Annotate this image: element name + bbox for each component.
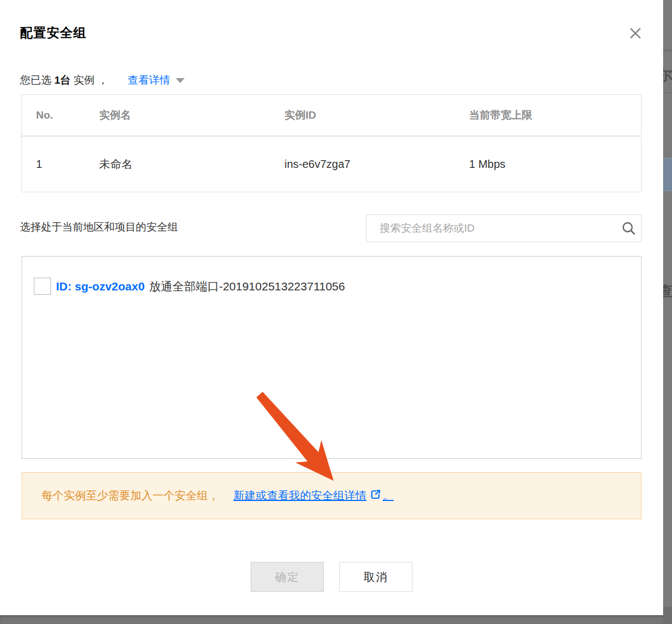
notice-link-suffix: 。: [383, 488, 394, 503]
cancel-button[interactable]: 取消: [339, 562, 413, 592]
dimmed-background-right: 尔 查: [663, 0, 672, 624]
selected-count: 1台: [54, 73, 71, 88]
screen: 尔 查 配置安全组 您已选 1台 实例 ， 查看详情 No: [0, 0, 672, 624]
cell-bandwidth: 1 Mbps: [469, 158, 641, 171]
security-group-name: 放通全部端口-2019102513223711056: [149, 279, 345, 294]
col-header-instance-name: 实例名: [99, 108, 284, 122]
col-header-bandwidth: 当前带宽上限: [469, 108, 641, 122]
col-header-instance-id: 实例ID: [284, 108, 469, 122]
col-header-no: No.: [22, 109, 99, 121]
notice-banner: 每个实例至少需要加入一个安全组， 新建或查看我的安全组详情 。: [22, 472, 642, 519]
background-text-fragment: 尔: [663, 65, 672, 85]
security-group-checkbox[interactable]: [34, 278, 51, 295]
background-divider: [663, 93, 672, 93]
table-row: 1 未命名 ins-e6v7zga7 1 Mbps: [22, 136, 641, 192]
security-group-item[interactable]: ID: sg-ozv2oax0 放通全部端口-20191025132237110…: [34, 278, 345, 295]
table-header-row: No. 实例名 实例ID 当前带宽上限: [22, 95, 641, 136]
create-or-view-security-group-link[interactable]: 新建或查看我的安全组详情 。: [233, 488, 394, 503]
cell-instance-name: 未命名: [99, 157, 284, 172]
dialog-title: 配置安全组: [20, 24, 86, 42]
confirm-button[interactable]: 确定: [251, 562, 324, 592]
chevron-down-icon: [176, 78, 185, 83]
background-selected-row: [663, 158, 672, 191]
selected-instances-line: 您已选 1台 实例 ， 查看详情: [20, 72, 185, 89]
instance-table: No. 实例名 实例ID 当前带宽上限 1 未命名 ins-e6v7zga7 1…: [21, 94, 642, 192]
security-group-id-link[interactable]: ID: sg-ozv2oax0: [56, 280, 145, 293]
selected-prefix: 您已选: [20, 73, 52, 88]
search-box: [366, 214, 642, 242]
notice-text: 每个实例至少需要加入一个安全组，: [42, 488, 219, 503]
search-input[interactable]: [366, 215, 617, 242]
selected-suffix: 实例 ，: [74, 73, 108, 88]
notice-link-label: 新建或查看我的安全组详情: [233, 488, 366, 503]
background-divider: [663, 607, 672, 624]
security-group-list: ID: sg-ozv2oax0 放通全部端口-20191025132237110…: [22, 256, 642, 459]
view-details-link[interactable]: 查看详情: [128, 73, 185, 88]
instance-id-link[interactable]: ins-e6v7zga7: [284, 158, 469, 171]
cell-no: 1: [22, 158, 99, 171]
close-icon[interactable]: [625, 23, 645, 43]
background-divider: [663, 50, 672, 51]
configure-security-group-dialog: 配置安全组 您已选 1台 实例 ， 查看详情 No. 实例名 实例ID 当前带宽…: [0, 0, 663, 615]
view-details-label: 查看详情: [128, 73, 170, 88]
search-icon[interactable]: [617, 221, 641, 236]
dimmed-background-bottom: [0, 615, 663, 624]
external-link-icon: [370, 489, 381, 503]
security-group-picker-label: 选择处于当前地区和项目的安全组: [20, 220, 178, 234]
background-text-fragment: 查: [663, 282, 672, 301]
